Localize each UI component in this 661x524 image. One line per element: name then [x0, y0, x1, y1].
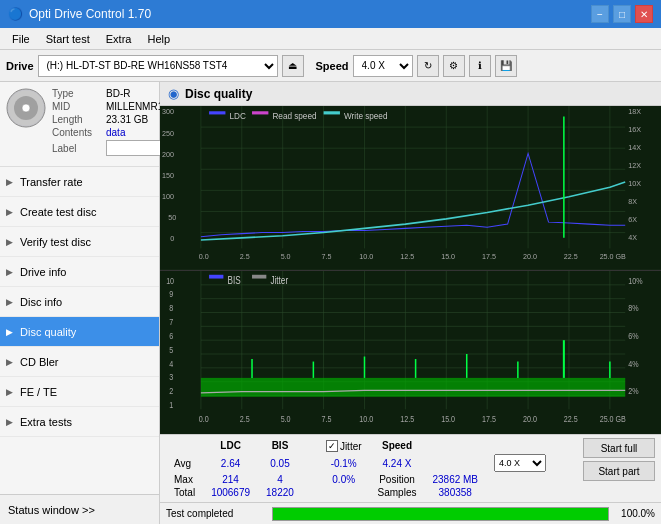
svg-text:12.5: 12.5: [400, 252, 414, 261]
nav-arrow-extra-tests: ▶: [6, 417, 13, 427]
row-avg-ldc: 2.64: [203, 453, 258, 473]
svg-text:200: 200: [162, 150, 174, 159]
row-max-label: Max: [166, 473, 203, 486]
nav-arrow-disc-quality: ▶: [6, 327, 13, 337]
svg-text:8: 8: [169, 303, 173, 313]
svg-point-2: [22, 104, 30, 112]
menu-start-test[interactable]: Start test: [38, 31, 98, 47]
svg-text:18X: 18X: [628, 107, 641, 116]
svg-rect-22: [209, 111, 225, 114]
svg-text:4%: 4%: [628, 358, 638, 368]
menu-extra[interactable]: Extra: [98, 31, 140, 47]
svg-text:50: 50: [168, 213, 176, 222]
nav-item-fe-te[interactable]: ▶FE / TE: [0, 377, 159, 407]
svg-text:15.0: 15.0: [441, 252, 455, 261]
svg-text:Write speed: Write speed: [344, 111, 388, 121]
nav-item-transfer-rate[interactable]: ▶Transfer rate: [0, 167, 159, 197]
svg-text:2%: 2%: [628, 386, 638, 396]
row-total-bis: 18220: [258, 486, 302, 499]
svg-text:17.5: 17.5: [482, 252, 496, 261]
menu-file[interactable]: File: [4, 31, 38, 47]
nav-item-extra-tests[interactable]: ▶Extra tests: [0, 407, 159, 437]
titlebar: 🔵 Opti Drive Control 1.70 − □ ✕: [0, 0, 661, 28]
status-window-button[interactable]: Status window >>: [0, 494, 159, 524]
start-part-button[interactable]: Start part: [583, 461, 655, 481]
disc-icon: [6, 88, 46, 128]
svg-text:100: 100: [162, 192, 174, 201]
svg-text:10.0: 10.0: [359, 252, 373, 261]
svg-text:12.5: 12.5: [400, 414, 414, 424]
svg-text:BIS: BIS: [227, 274, 240, 285]
samples-label: Samples: [370, 486, 425, 499]
minimize-button[interactable]: −: [591, 5, 609, 23]
nav-item-create-test-disc[interactable]: ▶Create test disc: [0, 197, 159, 227]
info-button[interactable]: ℹ: [469, 55, 491, 77]
nav-item-verify-test-disc[interactable]: ▶Verify test disc: [0, 227, 159, 257]
svg-text:8X: 8X: [628, 197, 637, 206]
position-val: 23862 MB: [424, 473, 486, 486]
svg-text:4X: 4X: [628, 233, 637, 242]
row-avg-bis: 0.05: [258, 453, 302, 473]
svg-text:22.5: 22.5: [564, 252, 578, 261]
nav-item-disc-info[interactable]: ▶Disc info: [0, 287, 159, 317]
menu-help[interactable]: Help: [139, 31, 178, 47]
svg-text:14X: 14X: [628, 143, 641, 152]
row-total-ldc: 1006679: [203, 486, 258, 499]
svg-text:9: 9: [169, 289, 173, 299]
stats-bar: LDC BIS ✓ Jitter Speed Avg 2.64: [160, 434, 661, 502]
speed-label: Speed: [316, 60, 349, 72]
svg-text:22.5: 22.5: [564, 414, 578, 424]
progressbar: [272, 507, 609, 521]
row-max-jitter: 0.0%: [318, 473, 370, 486]
drive-select[interactable]: (H:) HL-DT-ST BD-RE WH16NS58 TST4: [38, 55, 278, 77]
svg-rect-4: [160, 106, 661, 270]
nav-item-disc-quality[interactable]: ▶Disc quality: [0, 317, 159, 347]
contents-label: Contents: [52, 127, 102, 138]
svg-text:5.0: 5.0: [281, 252, 291, 261]
nav-item-cd-bler[interactable]: ▶CD Bler: [0, 347, 159, 377]
refresh-button[interactable]: ↻: [417, 55, 439, 77]
svg-text:7: 7: [169, 317, 173, 327]
svg-text:300: 300: [162, 107, 174, 116]
nav-arrow-disc-info: ▶: [6, 297, 13, 307]
app-title: 🔵 Opti Drive Control 1.70: [8, 7, 151, 21]
jitter-label: Jitter: [340, 441, 362, 452]
svg-text:20.0: 20.0: [523, 252, 537, 261]
svg-text:0.0: 0.0: [199, 414, 209, 424]
window-controls: − □ ✕: [591, 5, 653, 23]
svg-text:25.0 GB: 25.0 GB: [600, 252, 626, 261]
save-button[interactable]: 💾: [495, 55, 517, 77]
speed-select[interactable]: 4.0 X: [353, 55, 413, 77]
settings-button[interactable]: ⚙: [443, 55, 465, 77]
nav-item-drive-info[interactable]: ▶Drive info: [0, 257, 159, 287]
nav-arrow-fe-te: ▶: [6, 387, 13, 397]
nav-label-disc-quality: Disc quality: [20, 326, 76, 338]
start-full-button[interactable]: Start full: [583, 438, 655, 458]
ldc-chart-svg: LDC Read speed Write speed 300 250 200 1…: [160, 106, 661, 270]
progressbar-fill: [273, 508, 608, 520]
maximize-button[interactable]: □: [613, 5, 631, 23]
bottom-chart: BIS Jitter 10 9 8 7 6 5 4 3 2 1 10% 8: [160, 271, 661, 435]
svg-text:7.5: 7.5: [322, 414, 332, 424]
svg-text:1: 1: [169, 400, 173, 410]
row-max-bis: 4: [258, 473, 302, 486]
progressbar-label: 100.0%: [615, 508, 655, 519]
row-max-ldc: 214: [203, 473, 258, 486]
status-text: Test completed: [166, 508, 266, 519]
nav-arrow-drive-info: ▶: [6, 267, 13, 277]
svg-text:0: 0: [170, 234, 174, 243]
jitter-checkbox[interactable]: ✓: [326, 440, 338, 452]
nav-arrow-create-test-disc: ▶: [6, 207, 13, 217]
sidebar: Type BD-R MID MILLENMR1 (000) Length 23.…: [0, 82, 160, 524]
speed-select-stats[interactable]: 4.0 X: [494, 454, 546, 472]
svg-text:16X: 16X: [628, 125, 641, 134]
nav-label-cd-bler: CD Bler: [20, 356, 59, 368]
svg-text:LDC: LDC: [230, 111, 246, 121]
svg-text:2.5: 2.5: [240, 252, 250, 261]
length-label: Length: [52, 114, 102, 125]
type-value: BD-R: [106, 88, 130, 99]
eject-button[interactable]: ⏏: [282, 55, 304, 77]
close-button[interactable]: ✕: [635, 5, 653, 23]
svg-text:20.0: 20.0: [523, 414, 537, 424]
nav-arrow-cd-bler: ▶: [6, 357, 13, 367]
